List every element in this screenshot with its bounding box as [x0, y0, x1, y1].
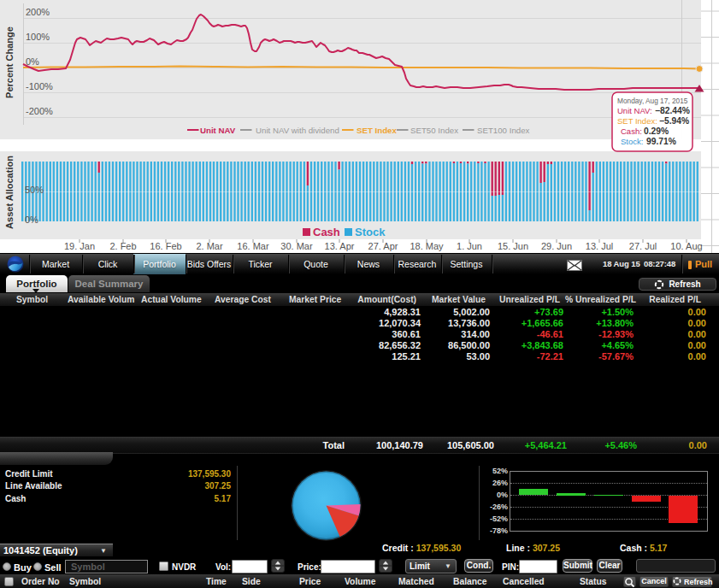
svg-text:−82.44%: −82.44% [655, 106, 690, 115]
svg-text:2. Feb: 2. Feb [109, 241, 136, 251]
svg-text:99.71%: 99.71% [646, 137, 676, 146]
svg-text:15. Jun: 15. Jun [498, 241, 528, 251]
svg-text:2. Mar: 2. Mar [196, 241, 223, 251]
svg-text:Unit NAV: Unit NAV [200, 126, 236, 135]
svg-text:Cash: Cash [313, 226, 340, 238]
svg-text:30. Mar: 30. Mar [280, 241, 313, 251]
svg-text:SET Index: SET Index [357, 126, 397, 135]
svg-text:SET Index:: SET Index: [617, 116, 657, 126]
svg-text:Cash:: Cash: [621, 126, 642, 136]
svg-text:-200%: -200% [26, 106, 53, 116]
svg-text:27. Apr: 27. Apr [368, 241, 398, 251]
svg-text:Percent Change: Percent Change [4, 26, 15, 98]
svg-text:1. Jun: 1. Jun [457, 241, 482, 251]
svg-text:50%: 50% [25, 185, 44, 195]
svg-text:16. Mar: 16. Mar [237, 241, 269, 251]
svg-text:19. Jan: 19. Jan [64, 241, 95, 251]
svg-text:13. Jul: 13. Jul [586, 241, 613, 251]
svg-text:SET100 Index: SET100 Index [477, 126, 530, 135]
svg-text:100%: 100% [26, 32, 50, 42]
svg-text:29. Jun: 29. Jun [541, 241, 572, 251]
svg-text:SET50 Index: SET50 Index [410, 126, 458, 135]
svg-text:18. May: 18. May [410, 241, 444, 251]
svg-text:10. Aug: 10. Aug [670, 241, 702, 251]
svg-text:27. Jul: 27. Jul [629, 241, 657, 251]
svg-text:13. Apr: 13. Apr [325, 241, 355, 251]
svg-text:0.29%: 0.29% [644, 126, 669, 136]
svg-text:Stock: Stock [355, 226, 386, 238]
svg-text:16. Feb: 16. Feb [150, 241, 181, 251]
svg-text:Monday, Aug 17, 2015: Monday, Aug 17, 2015 [617, 97, 688, 105]
svg-text:0%: 0% [26, 56, 39, 67]
svg-text:−5.94%: −5.94% [659, 116, 689, 126]
svg-text:Unit NAV with dividend: Unit NAV with dividend [256, 126, 339, 135]
svg-text:-100%: -100% [26, 81, 53, 91]
svg-text:Stock:: Stock: [621, 137, 643, 146]
svg-text:Unit NAV:: Unit NAV: [617, 106, 652, 115]
svg-text:Asset Allocation: Asset Allocation [4, 156, 15, 229]
svg-text:200%: 200% [26, 7, 50, 17]
svg-text:0%: 0% [25, 215, 38, 225]
